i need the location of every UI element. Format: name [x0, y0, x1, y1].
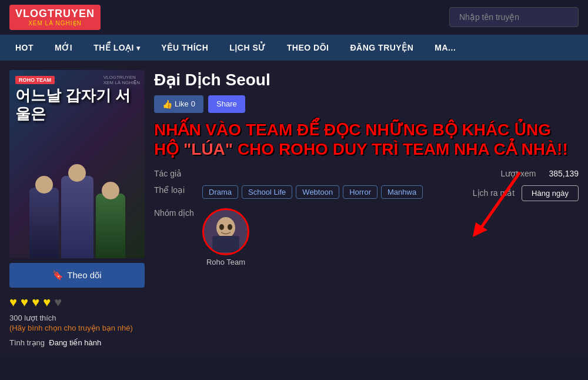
genre-horror[interactable]: Horror	[343, 185, 377, 199]
site-logo[interactable]: VLOGTRUYEN XEM LÀ NGHIỆN	[9, 5, 101, 30]
share-button[interactable]: Share	[208, 95, 245, 113]
right-panel: Đại Dịch Seoul 👍 Like 0 Share NHẤN VÀO T…	[154, 70, 579, 347]
status-label: Tình trạng	[9, 338, 45, 347]
red-arrow-svg	[449, 161, 532, 255]
translator-info: Roho Team	[202, 208, 249, 266]
translator-card[interactable]: Roho Team	[202, 208, 249, 266]
svg-rect-2	[212, 236, 239, 252]
genre-webtoon[interactable]: Webtoon	[296, 185, 339, 199]
left-panel: ROHO TEAM 어느날 갑자기 서울은 VLOGTRUYENXEM LÀ N…	[9, 70, 145, 347]
status-value: Đang tiến hành	[49, 338, 101, 347]
like-count: 300 lượt thích	[9, 314, 145, 322]
hearts-rating: ♥ ♥ ♥ ♥ ♥	[9, 295, 145, 310]
translator-label: Nhóm dịch	[154, 208, 195, 218]
logo-sub-text: XEM LÀ NGHIỆN	[28, 20, 82, 26]
header: VLOGTRUYEN XEM LÀ NGHIỆN	[0, 0, 588, 35]
svg-marker-6	[473, 222, 487, 237]
figure-1	[29, 188, 59, 258]
cover-badge: ROHO TEAM	[15, 76, 55, 84]
translator-avatar	[202, 208, 249, 255]
like-button[interactable]: 👍 Like 0	[154, 95, 203, 113]
views-value: 385,139	[549, 169, 579, 178]
main-nav: HOT MỚI THỂ LOẠI YÊU THÍCH LỊCH SỬ THEO …	[0, 35, 588, 61]
nav-the-loai[interactable]: THỂ LOẠI	[83, 35, 151, 61]
bookmark-icon: 🔖	[52, 270, 64, 281]
info-bottom: Tác giả Lượt xem 385,139 Thể loại Drama	[154, 169, 579, 266]
heart-3[interactable]: ♥	[32, 295, 39, 310]
like-note: (Hãy bình chọn cho truyện bạn nhé)	[9, 324, 145, 332]
status-line: Tình trạng Đang tiến hành	[9, 338, 145, 347]
like-number: 0	[191, 99, 195, 108]
nav-yeu-thich[interactable]: YÊU THÍCH	[151, 35, 219, 61]
nav-dang-truyen[interactable]: ĐĂNG TRUYỆN	[339, 35, 424, 61]
heart-4[interactable]: ♥	[43, 295, 51, 310]
follow-button-label: Theo dõi	[67, 270, 101, 280]
avatar-image	[205, 211, 246, 252]
cover-image: ROHO TEAM 어느날 갑자기 서울은 VLOGTRUYENXEM LÀ N…	[9, 70, 145, 258]
heart-1[interactable]: ♥	[9, 295, 17, 310]
translator-name: Roho Team	[206, 258, 245, 266]
figure-3	[96, 194, 125, 258]
follow-button[interactable]: 🔖 Theo dõi	[9, 263, 145, 288]
nav-lich-su[interactable]: LỊCH SỬ	[219, 35, 276, 61]
nav-theo-doi[interactable]: THEO DÕI	[276, 35, 340, 61]
nav-moi[interactable]: MỚI	[44, 35, 83, 61]
main-content: ROHO TEAM 어느날 갑자기 서울은 VLOGTRUYENXEM LÀ N…	[0, 61, 588, 356]
author-row: Tác giả	[154, 169, 202, 178]
logo-main-text: VLOGTRUYEN	[15, 8, 95, 20]
genre-label: Thể loại	[154, 185, 195, 195]
genre-row: Thể loại Drama School Life Webtoon Horro…	[154, 185, 423, 199]
heart-5[interactable]: ♥	[54, 295, 62, 310]
genre-tags: Drama School Life Webtoon Horror Manhwa	[202, 185, 423, 199]
genre-school[interactable]: School Life	[242, 185, 292, 199]
content-area: ROHO TEAM 어느날 갑자기 서울은 VLOGTRUYENXEM LÀ N…	[9, 70, 579, 347]
genre-drama[interactable]: Drama	[202, 185, 238, 199]
promo-text: NHẤN VÀO TEAM ĐỂ ĐỌC NHỮNG BỘ KHÁC ỦNG H…	[154, 120, 579, 159]
svg-point-4	[228, 224, 232, 230]
promo-line-1: NHẤN VÀO TEAM ĐỂ ĐỌC NHỮNG BỘ KHÁC ỦNG	[154, 120, 579, 140]
svg-line-5	[479, 172, 520, 231]
nav-hot[interactable]: HOT	[5, 35, 44, 61]
promo-line-2: HỘ "LÚA" CHO ROHO DUY TRÌ TEAM NHA CẢ NH…	[154, 139, 579, 159]
logo-area[interactable]: VLOGTRUYEN XEM LÀ NGHIỆN	[9, 5, 101, 30]
svg-point-1	[216, 217, 235, 238]
cover-korean-title: 어느날 갑자기 서울은	[15, 86, 139, 123]
action-buttons: 👍 Like 0 Share	[154, 95, 579, 113]
author-label: Tác giả	[154, 169, 195, 178]
manga-cover: ROHO TEAM 어느날 갑자기 서울은 VLOGTRUYENXEM LÀ N…	[9, 70, 145, 258]
genre-manhwa[interactable]: Manhwa	[381, 185, 423, 199]
thumbs-up-icon: 👍	[162, 99, 172, 109]
manga-title: Đại Dịch Seoul	[154, 70, 579, 89]
search-input[interactable]	[449, 7, 579, 27]
like-label: Like	[175, 99, 189, 108]
cover-figures	[9, 152, 145, 258]
figure-2	[61, 176, 93, 258]
quoted-text: "LÚA"	[183, 140, 233, 158]
nav-more[interactable]: MA...	[424, 35, 466, 61]
right-content-top: Đại Dịch Seoul 👍 Like 0 Share NHẤN VÀO T…	[154, 70, 579, 159]
heart-2[interactable]: ♥	[21, 295, 28, 310]
cover-watermark: VLOGTRUYENXEM LÀ NGHIỆN	[103, 75, 140, 85]
svg-point-3	[219, 224, 224, 230]
